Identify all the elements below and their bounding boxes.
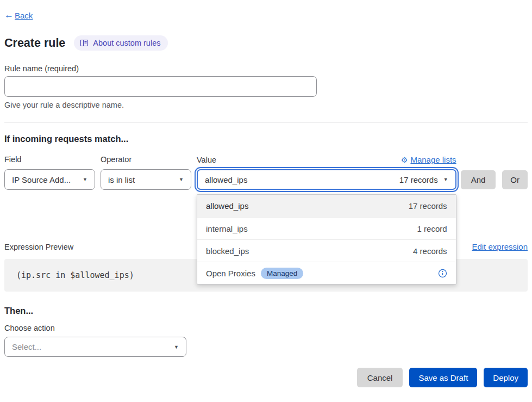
operator-select[interactable]: is in list ▼ — [101, 169, 191, 190]
expression-code: (ip.src in $allowed_ips) — [16, 270, 134, 280]
footer-actions: Cancel Save as Draft Deploy — [4, 368, 528, 387]
list-name: Open Proxies — [206, 269, 255, 278]
value-group: Value ⚙ Manage lists allowed_ips 17 reco… — [197, 155, 456, 190]
manage-lists-link[interactable]: ⚙ Manage lists — [401, 155, 456, 164]
list-name: allowed_ips — [206, 201, 248, 211]
manage-lists-label[interactable]: Manage lists — [410, 155, 456, 164]
managed-badge: Managed — [261, 268, 303, 279]
chevron-down-icon: ▼ — [179, 177, 184, 182]
save-as-draft-button[interactable]: Save as Draft — [409, 368, 477, 387]
chevron-down-icon: ▼ — [83, 177, 87, 182]
value-select[interactable]: allowed_ips 17 records ▼ — [197, 169, 456, 190]
field-label: Field — [4, 155, 95, 164]
chevron-down-icon: ▼ — [443, 177, 448, 182]
edit-expression-link[interactable]: Edit expression — [472, 242, 528, 251]
gear-icon: ⚙ — [401, 156, 408, 164]
rule-name-label: Rule name (required) — [4, 64, 528, 73]
operator-label: Operator — [101, 155, 191, 164]
deploy-button[interactable]: Deploy — [484, 368, 528, 387]
section-divider — [4, 122, 528, 122]
rule-name-helper: Give your rule a descriptive name. — [4, 101, 528, 109]
operator-select-value: is in list — [108, 175, 135, 184]
value-dropdown-menu: allowed_ips 17 records internal_ips 1 re… — [197, 194, 456, 285]
dropdown-item-allowed-ips[interactable]: allowed_ips 17 records — [197, 195, 456, 217]
info-icon[interactable] — [438, 269, 447, 278]
dropdown-item-blocked-ips[interactable]: blocked_ips 4 records — [197, 239, 456, 262]
list-name: blocked_ips — [206, 246, 249, 256]
rule-name-input[interactable] — [4, 76, 317, 97]
expression-preview-label: Expression Preview — [4, 243, 73, 251]
value-label: Value — [197, 156, 216, 164]
conjunction-buttons: And Or — [461, 170, 528, 189]
back-arrow-icon: ← — [4, 10, 14, 21]
page-header: Create rule About custom rules — [4, 35, 528, 51]
about-custom-rules-link[interactable]: About custom rules — [74, 35, 168, 51]
page-title: Create rule — [4, 36, 65, 50]
book-icon — [80, 39, 89, 47]
back-link[interactable]: ← Back — [4, 10, 528, 21]
list-name: internal_ips — [206, 224, 248, 233]
chevron-down-icon: ▼ — [174, 344, 179, 350]
dropdown-item-open-proxies[interactable]: Open Proxies Managed — [197, 262, 456, 284]
list-record-count: 1 record — [417, 224, 447, 233]
action-select[interactable]: Select... ▼ — [4, 337, 186, 357]
dropdown-item-internal-ips[interactable]: internal_ips 1 record — [197, 217, 456, 239]
cancel-button[interactable]: Cancel — [357, 368, 403, 387]
match-section-heading: If incoming requests match... — [4, 134, 528, 144]
value-select-meta: 17 records — [399, 175, 438, 184]
list-record-count: 4 records — [413, 246, 447, 256]
back-link-label[interactable]: Back — [15, 11, 33, 20]
value-select-value: allowed_ips — [205, 175, 247, 184]
and-button[interactable]: And — [461, 170, 496, 189]
list-record-count: 17 records — [409, 201, 447, 211]
field-select[interactable]: IP Source Add... ▼ — [4, 169, 95, 190]
then-section-heading: Then... — [4, 306, 528, 316]
field-select-value: IP Source Add... — [12, 175, 71, 184]
value-label-row: Value ⚙ Manage lists — [197, 155, 456, 164]
create-rule-page: ← Back Create rule About custom rules Ru… — [0, 0, 532, 402]
field-group: Field IP Source Add... ▼ — [4, 155, 95, 190]
or-button[interactable]: Or — [502, 170, 528, 189]
condition-row: Field IP Source Add... ▼ Operator is in … — [4, 155, 528, 190]
about-custom-rules-label: About custom rules — [93, 39, 160, 47]
choose-action-label: Choose action — [4, 324, 528, 332]
operator-group: Operator is in list ▼ — [101, 155, 191, 190]
action-select-placeholder: Select... — [12, 342, 41, 351]
